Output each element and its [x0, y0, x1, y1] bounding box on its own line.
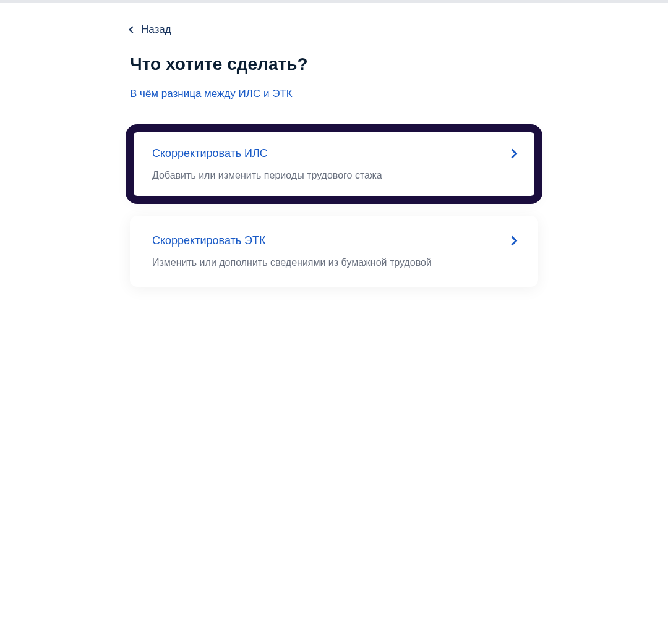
- page-title: Что хотите сделать?: [130, 54, 538, 74]
- main-container: Назад Что хотите сделать? В чём разница …: [130, 0, 538, 287]
- back-button[interactable]: Назад: [130, 23, 171, 36]
- card-description: Изменить или дополнить сведениями из бум…: [152, 257, 516, 268]
- back-label: Назад: [141, 23, 171, 36]
- cards-container: Скорректировать ИЛС Добавить или изменит…: [130, 129, 538, 287]
- card-title: Скорректировать ИЛС: [152, 147, 268, 160]
- card-ils[interactable]: Скорректировать ИЛС Добавить или изменит…: [130, 129, 538, 200]
- card-header: Скорректировать ИЛС: [152, 147, 516, 160]
- info-link[interactable]: В чём разница между ИЛС и ЭТК: [130, 88, 293, 100]
- chevron-right-icon: [508, 236, 518, 246]
- card-etk[interactable]: Скорректировать ЭТК Изменить или дополни…: [130, 216, 538, 287]
- chevron-left-icon: [129, 26, 135, 33]
- top-divider: [0, 0, 668, 3]
- card-title: Скорректировать ЭТК: [152, 234, 266, 247]
- card-header: Скорректировать ЭТК: [152, 234, 516, 247]
- chevron-right-icon: [508, 149, 518, 159]
- card-description: Добавить или изменить периоды трудового …: [152, 170, 516, 181]
